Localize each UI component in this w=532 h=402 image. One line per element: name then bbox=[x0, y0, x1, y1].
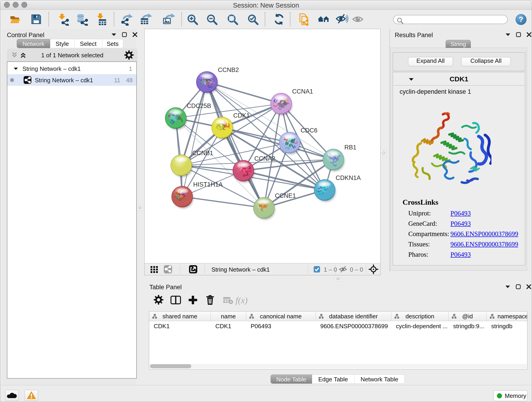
tab-sets[interactable]: Sets bbox=[102, 39, 123, 48]
crosslink-value-link[interactable]: 9606.ENSP00000378699 bbox=[450, 240, 518, 248]
column-header-canonical-name[interactable]: canonical name bbox=[246, 312, 316, 321]
table-cell[interactable]: CDK1 bbox=[211, 321, 246, 331]
export-table-icon[interactable] bbox=[139, 13, 152, 26]
zoom-selected-icon[interactable] bbox=[246, 13, 259, 26]
window-title: Session: New Session bbox=[0, 2, 532, 9]
tab-node-table[interactable]: Node Table bbox=[271, 375, 312, 384]
export-network-icon[interactable] bbox=[120, 13, 133, 26]
network-edges bbox=[176, 82, 333, 208]
network-node-CCNE1[interactable]: CCNE1 bbox=[253, 192, 296, 220]
zoom-out-icon[interactable] bbox=[205, 13, 218, 26]
network-list-toolbar: 1 of 1 Network selected bbox=[7, 49, 138, 61]
float-panel-icon[interactable] bbox=[505, 285, 510, 288]
cloud-button[interactable] bbox=[5, 390, 19, 401]
current-network-title: String Network – cdk1 bbox=[211, 266, 270, 273]
network-node-CCNA1[interactable]: CCNA1 bbox=[271, 88, 313, 115]
help-button[interactable]: ? bbox=[515, 14, 526, 25]
network-edge[interactable] bbox=[182, 197, 264, 208]
network-selection-status: 1 of 1 Network selected bbox=[7, 52, 138, 59]
birds-eye-icon[interactable] bbox=[369, 264, 378, 274]
protein-section-header[interactable]: CDK1 bbox=[393, 72, 525, 85]
network-node-RB1[interactable]: RB1 bbox=[323, 144, 356, 171]
detach-view-icon[interactable] bbox=[189, 265, 198, 274]
table-cell[interactable]: stringdb bbox=[487, 321, 527, 331]
add-column-icon[interactable] bbox=[187, 294, 199, 306]
column-header-namespace[interactable]: namespace bbox=[487, 312, 527, 321]
table-options-gear-icon[interactable] bbox=[152, 294, 165, 306]
close-panel-icon[interactable] bbox=[526, 32, 532, 37]
zoom-fit-icon[interactable] bbox=[226, 13, 239, 26]
column-header-shared-name[interactable]: shared name bbox=[149, 312, 211, 321]
selected-nodes-icon bbox=[313, 266, 321, 273]
network-graph[interactable]: CCNB2CCNA1CDC25BCDK1CDC6RB1CCNB1CCNA2CDK… bbox=[145, 29, 380, 263]
tab-select[interactable]: Select bbox=[75, 39, 102, 48]
column-header-description[interactable]: description bbox=[391, 312, 449, 321]
table-cell[interactable]: stringdb:9... bbox=[449, 321, 487, 331]
import-network-from-database-icon[interactable] bbox=[75, 13, 88, 26]
right-splitter-handle[interactable] bbox=[380, 150, 386, 156]
home-networks-icon[interactable] bbox=[317, 13, 330, 26]
network-node-HIST1H1A[interactable]: HIST1H1A bbox=[170, 181, 223, 208]
save-session-icon[interactable] bbox=[30, 13, 43, 26]
toolbar-separator bbox=[265, 12, 265, 26]
tab-network-table[interactable]: Network Table bbox=[355, 375, 405, 384]
network-options-gear-icon[interactable] bbox=[123, 49, 135, 61]
import-network-icon[interactable] bbox=[57, 13, 70, 26]
hide-selected-icon[interactable] bbox=[336, 13, 349, 26]
clone-network-icon[interactable] bbox=[298, 13, 310, 26]
warnings-button[interactable] bbox=[25, 390, 38, 401]
table-horizontal-scrollbar[interactable] bbox=[150, 364, 527, 369]
import-table-icon[interactable] bbox=[95, 13, 108, 26]
column-header-database-identifier[interactable]: database identifier bbox=[316, 312, 391, 321]
tab-network[interactable]: Network bbox=[17, 39, 50, 48]
search-input[interactable] bbox=[404, 16, 505, 23]
tree-expand-icon[interactable] bbox=[14, 67, 18, 70]
table-cell[interactable]: cyclin-dependent ... bbox=[391, 321, 449, 331]
float-panel-icon[interactable] bbox=[505, 33, 510, 36]
crosslink-value-link[interactable]: 9606.ENSP00000378699 bbox=[450, 230, 518, 238]
function-builder-icon-disabled: f(x) bbox=[235, 295, 248, 305]
main-toolbar: ? bbox=[0, 10, 532, 29]
close-panel-icon[interactable] bbox=[526, 284, 531, 289]
network-collection-row[interactable]: String Network – cdk1 1 bbox=[7, 63, 136, 74]
grid-view-icon[interactable] bbox=[150, 265, 159, 274]
zoom-in-icon[interactable] bbox=[186, 13, 199, 26]
crosslink-value-link[interactable]: P06493 bbox=[450, 210, 471, 217]
network-canvas[interactable]: CCNB2CCNA1CDC25BCDK1CDC6RB1CCNB1CCNA2CDK… bbox=[144, 29, 380, 275]
refresh-icon[interactable] bbox=[273, 13, 285, 26]
node-label-HIST1H1A: HIST1H1A bbox=[193, 181, 223, 188]
bottom-splitter-handle[interactable] bbox=[335, 275, 341, 281]
column-header--id[interactable]: @id bbox=[449, 312, 487, 321]
export-image-icon[interactable] bbox=[162, 13, 175, 26]
open-session-icon[interactable] bbox=[9, 13, 22, 26]
maximize-panel-icon[interactable] bbox=[122, 32, 127, 37]
close-panel-icon[interactable] bbox=[133, 32, 138, 37]
table-cell[interactable]: CDK1 bbox=[149, 321, 211, 331]
results-tab-string[interactable]: String bbox=[446, 40, 471, 48]
expand-all-button[interactable]: Expand All bbox=[408, 57, 453, 66]
show-columns-icon[interactable] bbox=[170, 294, 182, 306]
network-node-CDC6[interactable]: CDC6 bbox=[279, 127, 317, 154]
float-panel-icon[interactable] bbox=[111, 33, 116, 36]
tab-edge-table[interactable]: Edge Table bbox=[312, 375, 355, 384]
crosslink-value-link[interactable]: P06493 bbox=[450, 220, 471, 227]
scrollbar-thumb[interactable] bbox=[150, 364, 191, 368]
show-all-icon[interactable] bbox=[352, 13, 365, 26]
warning-icon bbox=[26, 391, 36, 400]
maximize-panel-icon[interactable] bbox=[516, 32, 521, 37]
left-splitter-handle[interactable] bbox=[137, 204, 143, 211]
network-edge[interactable] bbox=[207, 82, 264, 208]
crosslink-value-link[interactable]: P06493 bbox=[450, 251, 471, 258]
table-cell[interactable]: 9606.ENSP00000378699 bbox=[316, 321, 391, 331]
collapse-all-button[interactable]: Collapse All bbox=[461, 57, 511, 66]
network-view-icon[interactable] bbox=[163, 265, 172, 274]
table-cell[interactable]: P06493 bbox=[246, 321, 316, 331]
memory-button[interactable]: Memory bbox=[494, 390, 527, 401]
tab-style[interactable]: Style bbox=[50, 39, 75, 48]
table-row[interactable]: CDK1CDK1P064939606.ENSP00000378699cyclin… bbox=[149, 321, 527, 331]
column-header-name[interactable]: name bbox=[211, 312, 246, 321]
maximize-panel-icon[interactable] bbox=[516, 284, 521, 289]
network-row-selected[interactable]: String Network – cdk1 11 48 bbox=[7, 74, 136, 86]
delete-column-icon[interactable] bbox=[204, 294, 216, 306]
toolbar-separator bbox=[181, 12, 182, 26]
